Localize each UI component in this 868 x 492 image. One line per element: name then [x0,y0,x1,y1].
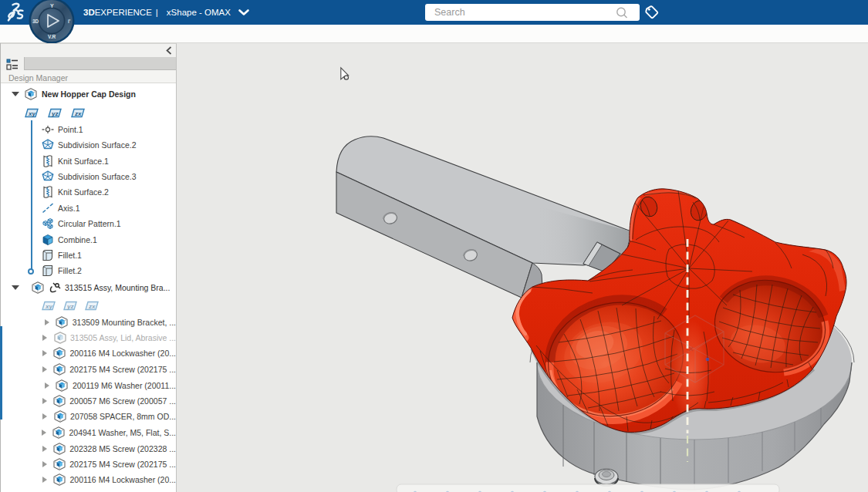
svg-text:xy: xy [45,302,52,309]
svg-text:V.R: V.R [48,34,56,39]
svg-text:xy: xy [28,110,35,116]
svg-text:yz: yz [51,110,58,116]
svg-text:3D: 3D [32,19,39,24]
svg-text:i': i' [68,19,71,24]
svg-text:zx: zx [88,302,96,309]
svg-text:zx: zx [74,110,82,116]
svg-text:Y: Y [50,3,54,8]
svg-text:yz: yz [66,302,73,309]
